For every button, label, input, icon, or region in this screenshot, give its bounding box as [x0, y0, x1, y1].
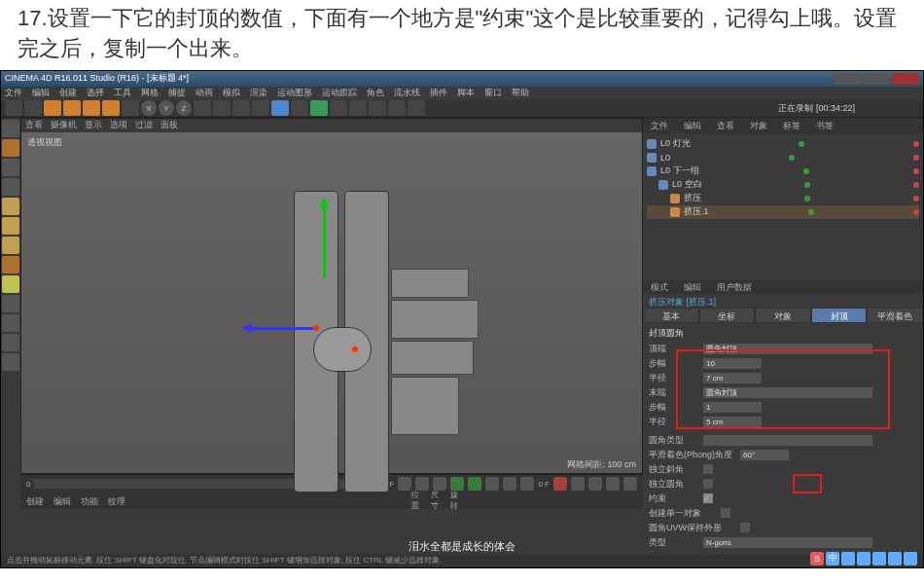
subtab-basic[interactable]: 基本 [643, 308, 699, 323]
gizmo-y-axis[interactable] [323, 201, 326, 278]
axis-y-toggle[interactable]: Y [159, 100, 174, 116]
menu-character[interactable]: 角色 [367, 87, 384, 99]
tree-item[interactable]: 挤压.1 [647, 205, 919, 219]
vp-view[interactable]: 查看 [25, 119, 43, 131]
om-file[interactable]: 文件 [643, 118, 676, 133]
xray-icon[interactable] [2, 314, 19, 332]
close-button[interactable] [892, 73, 919, 85]
deformer-icon[interactable] [349, 100, 367, 116]
menu-help[interactable]: 帮助 [512, 87, 529, 99]
texture-mode-icon[interactable] [2, 159, 19, 176]
menu-mograph[interactable]: 运动图形 [277, 87, 312, 99]
viewport-canvas[interactable]: 透视视图 网格间距: 1 [21, 132, 642, 473]
record-key-icon[interactable] [553, 477, 567, 491]
vp-options[interactable]: 选项 [110, 119, 127, 131]
viewport[interactable]: 查看 摄像机 显示 选项 过滤 面板 透视视图 [20, 118, 643, 474]
render-settings-icon[interactable] [232, 100, 250, 116]
undo-icon[interactable] [5, 100, 22, 116]
edge-mode-icon[interactable] [2, 217, 19, 235]
menu-mesh[interactable]: 网格 [141, 87, 159, 99]
dd-type[interactable]: N-gons [703, 537, 872, 548]
tool-b-icon[interactable] [2, 353, 19, 371]
check-single[interactable] [721, 508, 730, 518]
dd-end-cap[interactable]: 圆角封顶 [703, 387, 872, 398]
coord-rot-tab[interactable]: 旋转 [450, 490, 458, 501]
menu-create[interactable]: 创建 [59, 87, 77, 99]
menu-render[interactable]: 渲染 [250, 87, 267, 99]
object-tree[interactable]: L0 灯光L0L0 下一组L0 空白挤压挤压.1L0 遮罩L0 资源记忆L0 [643, 133, 923, 220]
menu-script[interactable]: 脚本 [457, 87, 475, 99]
autokey-icon[interactable] [571, 477, 585, 491]
light-icon[interactable] [408, 100, 425, 116]
mat-tex[interactable]: 纹理 [108, 495, 125, 507]
mat-edit[interactable]: 编辑 [53, 495, 71, 507]
menu-tracking[interactable]: 运动跟踪 [322, 87, 357, 99]
redo-icon[interactable] [24, 100, 42, 116]
menu-file[interactable]: 文件 [5, 87, 22, 99]
subtab-phong[interactable]: 平滑着色(Phong) [867, 308, 923, 323]
ime-d-icon[interactable] [904, 552, 917, 566]
field-phong-angle[interactable]: 60° [740, 450, 789, 460]
attr-userdata[interactable]: 用户数据 [709, 280, 760, 294]
vp-camera[interactable]: 摄像机 [51, 119, 77, 131]
vp-panel[interactable]: 面板 [160, 119, 178, 131]
maximize-button[interactable] [863, 73, 890, 85]
ime-a-icon[interactable] [857, 552, 871, 566]
mat-func[interactable]: 功能 [81, 495, 98, 507]
menu-pipeline[interactable]: 流水线 [394, 87, 420, 99]
ime-b-icon[interactable] [872, 552, 886, 566]
menu-anim[interactable]: 动画 [195, 87, 213, 99]
rotate-tool-icon[interactable] [102, 100, 120, 116]
axis-x-toggle[interactable]: X [141, 100, 157, 116]
check-hull[interactable] [703, 464, 713, 474]
field-steps2[interactable]: 1 [703, 402, 762, 413]
select-tool-icon[interactable] [44, 100, 61, 116]
gizmo-origin[interactable] [313, 325, 319, 331]
subtab-caps[interactable]: 封顶 [811, 308, 868, 323]
om-view[interactable]: 查看 [709, 118, 742, 133]
snap-icon[interactable] [2, 275, 19, 293]
key-rot-icon[interactable] [623, 477, 637, 491]
menu-snap[interactable]: 捕捉 [168, 87, 186, 99]
gizmo-handle[interactable] [352, 347, 358, 352]
attr-edit[interactable]: 编辑 [676, 280, 709, 294]
camera-icon[interactable] [388, 100, 406, 116]
picture-viewer-icon[interactable] [252, 100, 269, 116]
subtab-coord[interactable]: 坐标 [699, 308, 756, 323]
dd-fillet-type[interactable] [703, 435, 872, 446]
vp-filter[interactable]: 过滤 [135, 119, 153, 131]
move-tool-icon[interactable] [63, 100, 81, 116]
ime-c-icon[interactable] [888, 552, 902, 566]
axis-mode-icon[interactable] [2, 256, 19, 274]
make-editable-icon[interactable] [2, 120, 19, 137]
gizmo-x-axis[interactable] [245, 327, 313, 330]
subtab-object[interactable]: 对象 [755, 308, 811, 323]
tree-item[interactable]: L0 下一组 [647, 164, 919, 178]
ime-moon-icon[interactable] [841, 552, 855, 566]
nurbs-icon[interactable] [310, 100, 328, 116]
key-pos-icon[interactable] [588, 477, 602, 491]
environment-icon[interactable] [369, 100, 386, 116]
ime-toolbar[interactable]: S 中 [810, 552, 917, 566]
ime-cn-icon[interactable]: 中 [826, 552, 839, 566]
goto-end-icon[interactable] [520, 477, 534, 491]
om-objects[interactable]: 对象 [742, 118, 775, 133]
point-mode-icon[interactable] [2, 198, 19, 215]
mat-create[interactable]: 创建 [26, 495, 44, 507]
workplane-icon[interactable] [2, 178, 19, 196]
vp-display[interactable]: 显示 [85, 119, 102, 131]
primitive-cube-icon[interactable] [271, 100, 289, 116]
menu-edit[interactable]: 编辑 [32, 87, 50, 99]
field-radius1[interactable]: 7 cm [703, 373, 762, 383]
key-scale-icon[interactable] [606, 477, 620, 491]
scale-tool-icon[interactable] [83, 100, 100, 116]
ime-icon[interactable]: S [810, 552, 824, 566]
check-constrain[interactable]: ✓ [703, 493, 713, 503]
tree-item[interactable]: L0 [647, 151, 919, 164]
field-radius2[interactable]: 5 cm [703, 417, 762, 427]
spline-icon[interactable] [291, 100, 308, 116]
lasso-icon[interactable] [122, 100, 139, 116]
attr-mode[interactable]: 模式 [643, 280, 676, 294]
menu-window[interactable]: 窗口 [484, 87, 502, 99]
tree-item[interactable]: L0 空白 [647, 178, 919, 192]
